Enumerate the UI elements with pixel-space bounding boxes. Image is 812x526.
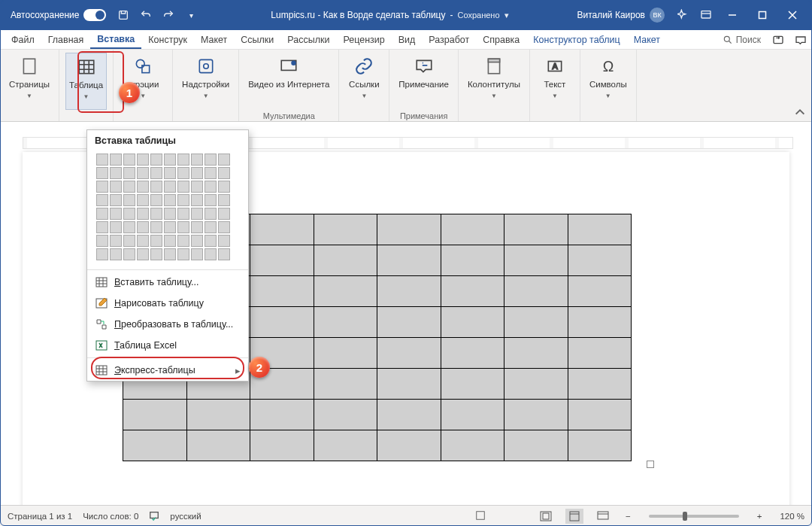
grid-cell[interactable] <box>205 167 217 179</box>
table-cell[interactable] <box>314 400 377 430</box>
grid-cell[interactable] <box>164 208 176 220</box>
grid-cell[interactable] <box>96 194 108 206</box>
table-cell[interactable] <box>441 214 504 245</box>
grid-cell[interactable] <box>123 167 135 179</box>
grid-cell[interactable] <box>164 248 176 260</box>
symbols-button[interactable]: Ω Символы ▼ <box>586 53 630 110</box>
table-cell[interactable] <box>504 214 568 245</box>
tab-home[interactable]: Главная <box>41 32 91 48</box>
grid-cell[interactable] <box>205 154 217 166</box>
table-cell[interactable] <box>377 338 441 369</box>
grid-cell[interactable] <box>191 248 203 260</box>
table-cell[interactable] <box>504 245 568 276</box>
table-cell[interactable] <box>250 430 314 461</box>
table-cell[interactable] <box>314 369 377 400</box>
grid-cell[interactable] <box>137 248 149 260</box>
table-cell[interactable] <box>377 430 441 461</box>
grid-cell[interactable] <box>123 221 135 233</box>
grid-cell[interactable] <box>137 235 149 247</box>
grid-cell[interactable] <box>205 248 217 260</box>
table-cell[interactable] <box>441 338 504 369</box>
grid-cell[interactable] <box>164 181 176 193</box>
save-icon[interactable] <box>114 5 133 25</box>
word-count[interactable]: Число слов: 0 <box>83 512 138 521</box>
minimize-button[interactable] <box>717 0 747 30</box>
table-cell[interactable] <box>504 400 568 430</box>
view-print-layout-button[interactable] <box>565 509 583 524</box>
coming-soon-icon[interactable] <box>674 5 693 25</box>
table-cell[interactable] <box>186 400 250 430</box>
grid-cell[interactable] <box>137 221 149 233</box>
grid-cell[interactable] <box>218 235 230 247</box>
table-cell[interactable] <box>568 430 632 461</box>
grid-cell[interactable] <box>218 154 230 166</box>
grid-cell[interactable] <box>150 167 162 179</box>
grid-cell[interactable] <box>150 154 162 166</box>
grid-cell[interactable] <box>205 194 217 206</box>
page-indicator[interactable]: Страница 1 из 1 <box>8 512 72 521</box>
grid-cell[interactable] <box>150 248 162 260</box>
grid-cell[interactable] <box>191 208 203 220</box>
grid-cell[interactable] <box>123 208 135 220</box>
saved-dropdown-icon[interactable]: ▾ <box>504 11 509 20</box>
grid-cell[interactable] <box>110 235 122 247</box>
table-cell[interactable] <box>441 245 504 276</box>
headers-button[interactable]: Колонтитулы ▼ <box>465 53 523 110</box>
table-cell[interactable] <box>250 400 314 430</box>
grid-cell[interactable] <box>205 181 217 193</box>
links-button[interactable]: Ссылки ▼ <box>345 53 383 110</box>
table-cell[interactable] <box>504 276 568 307</box>
zoom-out-button[interactable]: − <box>623 512 634 521</box>
grid-cell[interactable] <box>110 208 122 220</box>
grid-cell[interactable] <box>110 154 122 166</box>
grid-cell[interactable] <box>164 221 176 233</box>
tab-table-design[interactable]: Конструктор таблиц <box>526 32 626 48</box>
user-account[interactable]: Виталий Каиров ВК <box>577 8 665 23</box>
table-cell[interactable] <box>314 214 377 245</box>
table-cell[interactable] <box>377 245 441 276</box>
grid-cell[interactable] <box>177 194 189 206</box>
tab-layout[interactable]: Макет <box>194 32 234 48</box>
tab-insert[interactable]: Вставка <box>90 31 141 49</box>
tab-review[interactable]: Рецензир <box>336 32 391 48</box>
grid-cell[interactable] <box>177 248 189 260</box>
table-cell[interactable] <box>377 214 441 245</box>
grid-cell[interactable] <box>164 194 176 206</box>
grid-cell[interactable] <box>137 167 149 179</box>
search-box[interactable]: Поиск <box>717 35 767 45</box>
grid-cell[interactable] <box>150 235 162 247</box>
grid-cell[interactable] <box>96 221 108 233</box>
view-web-layout-button[interactable] <box>594 509 612 524</box>
zoom-thumb[interactable] <box>683 512 687 521</box>
table-cell[interactable] <box>568 245 632 276</box>
table-cell[interactable] <box>568 338 632 369</box>
undo-icon[interactable] <box>136 5 156 25</box>
grid-cell[interactable] <box>150 181 162 193</box>
menu-draw-table[interactable]: Нарисовать таблицу <box>87 293 248 314</box>
grid-cell[interactable] <box>218 248 230 260</box>
zoom-slider[interactable] <box>649 515 739 518</box>
table-cell[interactable] <box>377 369 441 400</box>
menu-quick-tables[interactable]: Экспресс-таблицы ▸ <box>87 360 248 381</box>
autosave-switch[interactable] <box>83 9 106 21</box>
grid-cell[interactable] <box>205 221 217 233</box>
grid-cell[interactable] <box>96 235 108 247</box>
table-cell[interactable] <box>123 430 187 461</box>
table-cell[interactable] <box>314 430 377 461</box>
table-cell[interactable] <box>377 307 441 338</box>
table-cell[interactable] <box>568 307 632 338</box>
grid-cell[interactable] <box>177 221 189 233</box>
table-cell[interactable] <box>186 430 250 461</box>
grid-cell[interactable] <box>150 208 162 220</box>
view-focus-button[interactable] <box>537 509 555 524</box>
grid-cell[interactable] <box>96 167 108 179</box>
table-cell[interactable] <box>568 214 632 245</box>
grid-cell[interactable] <box>150 194 162 206</box>
grid-cell[interactable] <box>191 221 203 233</box>
table-cell[interactable] <box>377 400 441 430</box>
grid-cell[interactable] <box>110 181 122 193</box>
table-cell[interactable] <box>504 338 568 369</box>
grid-cell[interactable] <box>191 194 203 206</box>
table-cell[interactable] <box>441 430 504 461</box>
language-indicator[interactable]: русский <box>170 512 201 521</box>
